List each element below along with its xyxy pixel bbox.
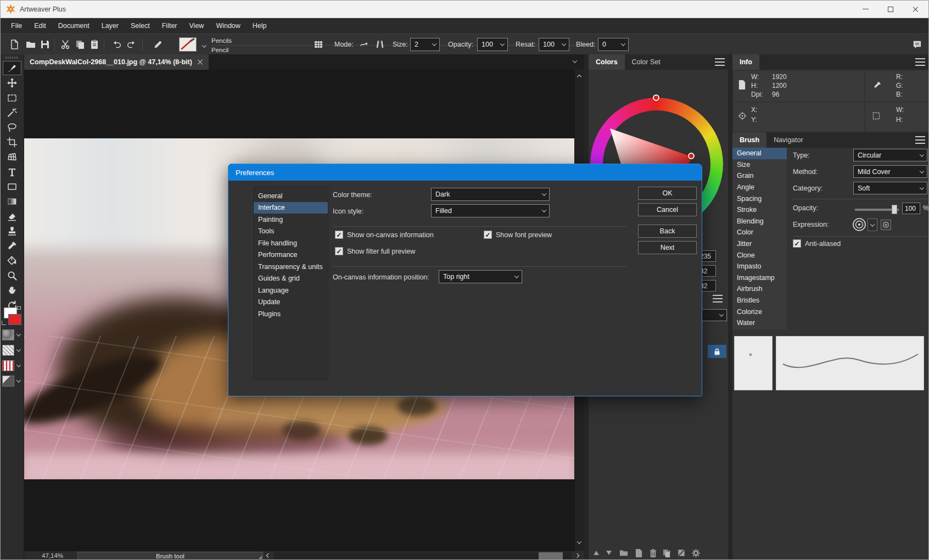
menu-item[interactable]: File [5,18,28,33]
brush-category-item[interactable]: Blending [732,216,787,227]
brush-method-dropdown[interactable]: Mild Cover [853,165,927,178]
colors-panel-tab[interactable]: Colors [589,54,625,70]
tool-gradient[interactable] [3,194,21,209]
icon-style-dropdown[interactable]: Filled [431,204,550,217]
tool-zoom[interactable] [3,268,21,283]
tool-rect-select[interactable] [3,91,21,105]
tab-close-icon[interactable] [198,59,203,65]
brush-category-item[interactable]: Grain [732,170,787,182]
brush-type-dropdown[interactable]: Circular [853,149,927,161]
tool-magic-wand[interactable] [3,105,21,120]
tool-eyedropper[interactable] [3,239,21,253]
info-panel-tab[interactable]: Info [732,54,759,70]
color-theme-dropdown[interactable]: Dark [431,188,550,201]
mode-freehand-button[interactable] [359,38,371,51]
scroll-down-icon[interactable] [577,539,581,544]
ok-button[interactable]: OK [638,187,697,200]
gradient-preset-selector[interactable] [2,375,23,387]
hue-marker[interactable] [653,94,659,101]
brush-category-item[interactable]: Jitter [732,238,787,250]
tool-crop[interactable] [3,135,21,149]
menu-item[interactable]: Window [210,18,246,33]
show-filter-preview-checkbox[interactable] [335,247,343,255]
paste-button[interactable] [88,38,100,51]
imagestamp-selector[interactable] [2,360,23,372]
minimize-button[interactable] [853,1,878,18]
preferences-nav-item[interactable]: Tools [254,226,328,238]
expression-settings-button[interactable] [881,220,891,230]
info-menu-icon[interactable] [915,58,925,66]
brush-category-item[interactable]: Color [732,227,787,238]
tool-hand[interactable] [3,283,21,298]
brush-panel-tab[interactable]: Brush [732,132,766,148]
scroll-left-icon[interactable] [266,553,271,558]
menu-item[interactable]: Select [125,18,156,33]
next-button[interactable]: Next [638,241,697,254]
redo-button[interactable] [126,38,138,51]
new-document-button[interactable] [8,38,20,51]
show-font-preview-checkbox[interactable] [484,231,492,239]
menu-item[interactable]: Layer [96,18,125,33]
new-item-button[interactable] [633,548,644,558]
clear-item-button[interactable] [676,548,687,558]
load-set-button[interactable] [618,548,629,558]
preferences-nav-item[interactable]: Painting [254,214,328,226]
undo-button[interactable] [110,38,122,51]
brush-subcategory-dropdown[interactable]: Soft [853,182,927,194]
brush-category-item[interactable]: Bristles [732,295,787,306]
menu-item[interactable]: Document [52,18,96,33]
menu-item[interactable]: Filter [156,18,183,33]
tab-list-chevron-icon[interactable] [573,58,577,63]
opacity-slider-thumb[interactable] [892,205,897,214]
opacity-dropdown[interactable]: 100 [477,38,508,51]
tool-move[interactable] [3,76,21,90]
pattern-selector[interactable] [2,344,23,356]
tool-shape[interactable] [3,180,21,194]
palette-grip[interactable] [5,57,19,59]
brush-opacity-field[interactable]: 100 [902,203,920,214]
expression-mode-button[interactable] [852,217,866,232]
brush-panel-tab[interactable]: Navigator [766,132,810,148]
horizontal-scroll-thumb[interactable] [539,552,563,559]
preferences-nav-item[interactable]: General [254,190,328,202]
feedback-button[interactable] [911,38,923,51]
open-button[interactable] [25,38,37,51]
tool-text[interactable] [3,165,21,179]
brush-preset-dropdown[interactable] [198,40,210,52]
settings-button[interactable] [690,548,701,558]
anti-aliased-checkbox[interactable] [793,239,801,248]
brush-category-item[interactable]: Clone [732,249,787,261]
tool-brush[interactable] [3,61,21,75]
horizontal-scrollbar[interactable] [274,552,572,559]
expression-dropdown[interactable] [868,219,877,231]
brush-category-item[interactable]: Impasto [732,261,787,272]
active-tool-box[interactable]: Brush tool [77,552,263,560]
duplicate-item-button[interactable] [661,548,672,558]
brush-category-item[interactable]: Spacing [732,193,787,204]
menu-item[interactable]: Help [247,18,273,33]
size-dropdown[interactable]: 2 [410,38,440,51]
close-button[interactable] [903,1,928,18]
bleed-dropdown[interactable]: 0 [598,38,629,51]
cut-button[interactable] [60,38,72,51]
copy-button[interactable] [74,38,86,51]
brush-category-item[interactable]: General [732,148,787,159]
edit-brush-button[interactable] [152,38,164,51]
scroll-right-icon[interactable] [575,553,579,558]
brush-category-item[interactable]: Size [732,159,787,171]
document-tab[interactable]: CompDeskWalCol-2968__010.jpg @ 47,14% (8… [24,54,209,70]
brush-category-item[interactable]: Colorize [732,306,787,317]
default-colors-icon[interactable] [2,321,6,325]
tool-perspective-grid[interactable] [3,150,21,164]
mode-straight-lines-button[interactable] [374,38,386,51]
brush-category-item[interactable]: Imagestamp [732,272,787,284]
brush-category-item[interactable]: Water [732,317,787,329]
tool-fill[interactable] [3,254,21,268]
menu-item[interactable]: Edit [28,18,52,33]
preferences-nav-item[interactable]: Update [254,296,328,309]
maximize-button[interactable] [878,1,903,18]
resat-dropdown[interactable]: 100 [539,38,569,51]
scroll-colors-up-button[interactable] [591,548,602,558]
paper-texture-selector[interactable] [2,329,23,341]
brush-category-item[interactable]: Angle [732,182,787,193]
